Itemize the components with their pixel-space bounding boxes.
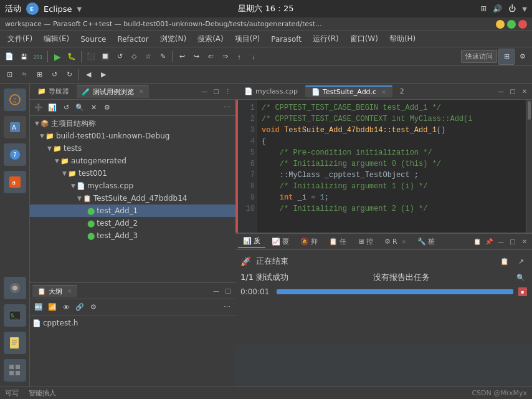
toolbar-btn-d[interactable]: ◇: [127, 50, 141, 64]
minimize-button[interactable]: [496, 20, 505, 29]
toolbar-btn-k[interactable]: ↑: [232, 50, 246, 64]
menu-help[interactable]: 帮助(H): [384, 32, 420, 46]
minimize-panel-btn[interactable]: —: [199, 87, 209, 97]
menu-parasoft[interactable]: Parasoft: [266, 34, 306, 45]
menu-run[interactable]: 运行(R): [308, 32, 344, 46]
outline-more-btn[interactable]: ⋯: [221, 301, 233, 314]
tree-autogenerated[interactable]: ▼ 📁 autogenerated: [30, 155, 235, 167]
collapse-btn[interactable]: ⋯: [221, 102, 233, 114]
tab-outline[interactable]: 📋 大纲 ✕: [32, 285, 77, 297]
toolbar-btn-j[interactable]: ⇒: [218, 50, 232, 64]
sidebar-icon-3[interactable]: ?: [4, 143, 26, 166]
export-btn[interactable]: ↗: [515, 255, 527, 267]
outline-link-btn[interactable]: 🔗: [74, 301, 86, 314]
run-button[interactable]: ▶: [50, 50, 64, 64]
bottom-tab-coverage[interactable]: 📈 覆: [267, 236, 294, 248]
toolbar2-btn-7[interactable]: ▶: [97, 68, 110, 82]
menu-navigate[interactable]: 浏览(N): [155, 32, 191, 46]
bottom-max-btn[interactable]: □: [508, 237, 518, 247]
bottom-tab-quality[interactable]: 📊 质: [238, 235, 265, 248]
tree-build[interactable]: ▼ 📁 build-test001-unknown-Debug: [30, 130, 235, 142]
toolbar-btn-g[interactable]: ↩: [175, 50, 189, 64]
toolbar-btn-l[interactable]: ↓: [247, 50, 260, 64]
menu-file[interactable]: 文件(F): [2, 32, 37, 46]
activities-label[interactable]: 活动: [5, 3, 21, 14]
toolbar-btn-c[interactable]: ↺: [113, 50, 126, 64]
toolbar-btn-e[interactable]: ☆: [141, 50, 155, 64]
outline-hide-btn[interactable]: 👁: [60, 301, 72, 314]
menu-search[interactable]: 搜索(A): [192, 32, 229, 46]
debug-button[interactable]: 🐛: [65, 50, 78, 64]
menu-refactor[interactable]: Refactor: [112, 34, 153, 45]
r-tab-close[interactable]: ✕: [402, 239, 407, 245]
delete-btn[interactable]: ✕: [87, 102, 100, 114]
tree-root[interactable]: ▼ 📦 主项目结构称: [30, 117, 235, 130]
copy-results-btn[interactable]: 📋: [498, 255, 511, 267]
tree-myclass[interactable]: ▼ 📄 myclass.cpp: [30, 180, 235, 192]
outline-sort-btn[interactable]: 🔤: [32, 301, 45, 314]
toolbar-btn-b[interactable]: 🔲: [98, 50, 112, 64]
outline-close[interactable]: ✕: [67, 288, 72, 294]
tab-navigator[interactable]: 📁 导航器: [32, 85, 74, 97]
sidebar-icon-4[interactable]: a: [4, 171, 26, 193]
toolbar2-btn-6[interactable]: ◀: [82, 68, 95, 82]
toolbar-btn-3[interactable]: 201: [31, 50, 45, 64]
new-test-btn[interactable]: ➕: [32, 102, 45, 114]
toolbar2-btn-1[interactable]: ⊡: [2, 68, 16, 82]
tree-test001[interactable]: ▼ 📁 test001: [30, 167, 235, 180]
testcase-tab-close[interactable]: ✕: [139, 89, 144, 95]
tab-testcase-browser[interactable]: 🧪 测试用例浏览 ✕: [77, 85, 149, 98]
editor-max-btn[interactable]: □: [508, 87, 518, 97]
testsuite-tab-close[interactable]: ✕: [381, 89, 386, 95]
chevron-panel-btn[interactable]: ⋮: [223, 87, 233, 97]
menu-window[interactable]: 窗口(W): [345, 32, 383, 46]
sidebar-icon-terminal[interactable]: $_: [4, 304, 26, 327]
outline-file-item[interactable]: 📄 cpptest.h: [30, 317, 235, 329]
save-button[interactable]: 💾: [17, 50, 31, 64]
testcase-tree[interactable]: ▼ 📦 主项目结构称 ▼ 📁 build-test001-unknown-Deb…: [30, 116, 235, 282]
refresh-btn[interactable]: ↺: [60, 102, 72, 114]
tree-test-add-2[interactable]: ⬤ test_Add_2: [30, 217, 235, 229]
bottom-new-btn[interactable]: 📋: [472, 237, 482, 247]
menu-source[interactable]: Source: [75, 34, 111, 45]
sidebar-icon-notes[interactable]: [4, 332, 26, 354]
editor-scrollbar[interactable]: [526, 100, 532, 233]
toolbar-btn-a[interactable]: ⬛: [84, 50, 98, 64]
toolbar2-btn-3[interactable]: ⊞: [32, 68, 46, 82]
outline-tree[interactable]: 📄 cpptest.h: [30, 315, 235, 387]
settings-panel-btn[interactable]: ⚙: [101, 102, 113, 114]
settings-btn[interactable]: ⚙: [516, 50, 530, 64]
tree-tests[interactable]: ▼ 📁 tests: [30, 142, 235, 155]
sidebar-icon-1[interactable]: ♫: [4, 89, 26, 111]
editor-close-btn[interactable]: ✕: [520, 87, 530, 97]
outline-collapse-btn[interactable]: ⚙: [87, 301, 100, 314]
quick-access-field[interactable]: 快速访问: [461, 50, 497, 63]
bottom-icon-btn[interactable]: 📌: [484, 237, 494, 247]
toolbar-btn-h[interactable]: ↪: [189, 50, 203, 64]
toolbar-btn-f[interactable]: ✎: [156, 50, 169, 64]
bottom-close-btn[interactable]: ✕: [520, 237, 530, 247]
outline-min-btn[interactable]: —: [211, 286, 221, 296]
tab-myclass-cpp[interactable]: 📄 myclass.cpp: [238, 86, 304, 97]
close-button[interactable]: [518, 20, 527, 29]
tab-overflow[interactable]: 2: [394, 86, 411, 97]
maximize-panel-btn[interactable]: □: [211, 87, 221, 97]
toolbar2-btn-4[interactable]: ↺: [47, 68, 61, 82]
scroll-thumb[interactable]: [528, 101, 531, 120]
code-editor[interactable]: /* CPPTEST_TEST_CASE_BEGIN test_Add_1 */…: [257, 100, 526, 233]
sidebar-icon-grid[interactable]: [4, 359, 26, 382]
outline-max-btn[interactable]: □: [223, 286, 233, 296]
bottom-tab-console[interactable]: 🖥 控: [353, 236, 378, 248]
maximize-button[interactable]: [507, 20, 516, 29]
sidebar-icon-2[interactable]: A: [4, 116, 26, 138]
sidebar-icon-5[interactable]: [4, 277, 26, 299]
perspective-btn[interactable]: ⊞: [498, 49, 515, 65]
stop-button[interactable]: ■: [518, 287, 527, 296]
bottom-tab-r[interactable]: ⚙ R ✕: [379, 236, 411, 247]
menu-edit[interactable]: 编辑(E): [39, 32, 74, 46]
filter-btn[interactable]: 🔍: [74, 102, 86, 114]
app-name-label[interactable]: Eclipse: [44, 4, 72, 14]
bottom-tab-suppress[interactable]: 🔕 抑: [295, 236, 323, 248]
new-button[interactable]: 📄: [2, 50, 16, 64]
bottom-tab-stub[interactable]: 🔧 桩: [412, 236, 440, 248]
